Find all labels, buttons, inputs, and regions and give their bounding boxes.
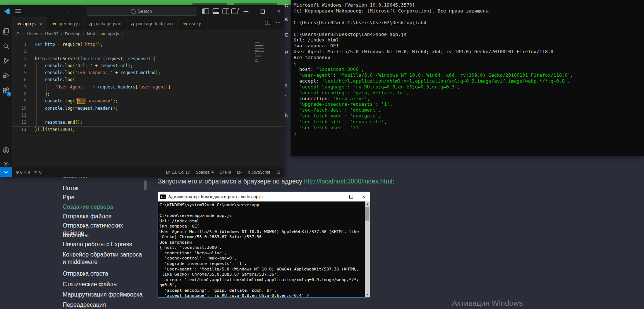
- status-eol[interactable]: LF: [237, 170, 242, 174]
- line-number: 6: [12, 76, 26, 83]
- search-placeholder: Search: [138, 9, 152, 14]
- chevron-right-icon: ›: [97, 32, 99, 36]
- sidebar-item-10[interactable]: Отправка ответа: [63, 270, 108, 277]
- source-control-icon[interactable]: [0, 55, 12, 66]
- sidebar-item-9[interactable]: Конвейер обработки запроса и middleware: [63, 251, 144, 266]
- sidebar-scrollbar[interactable]: [144, 180, 147, 190]
- sidebar-item-3[interactable]: Pipe: [63, 194, 74, 201]
- breadcrumb-item[interactable]: C:: [16, 32, 21, 36]
- line-number: 10: [12, 105, 26, 112]
- menu-icon[interactable]: [15, 9, 21, 14]
- breadcrumb-item[interactable]: ...: [126, 32, 129, 36]
- code-line-4[interactable]: 4 console.log('Url: ' + request.url);: [12, 62, 284, 69]
- sidebar-item-13[interactable]: Переадресация: [63, 301, 106, 309]
- terminal-line: }: [294, 131, 643, 137]
- terminal-window[interactable]: Microsoft Windows [Version 10.0.19045.35…: [291, 0, 644, 156]
- code-line-13[interactable]: 13}).listen(3000);: [12, 126, 284, 133]
- tab-greeting.js[interactable]: JSgreeting.js: [47, 18, 85, 30]
- sidebar-item-8[interactable]: Начало работы с Express: [63, 241, 132, 248]
- code-line-8[interactable]: 8 );: [12, 91, 284, 98]
- page-text-fragment: K: [284, 16, 288, 22]
- minimap[interactable]: [255, 42, 265, 63]
- customize-layout-icon[interactable]: [231, 8, 238, 14]
- minimize-button[interactable]: —: [241, 7, 251, 15]
- activity-bar: 1: [0, 18, 12, 167]
- windows-activation-watermark: Активация Windows: [452, 299, 523, 308]
- search-view-icon[interactable]: [0, 40, 12, 51]
- scroll-thumb: [365, 207, 369, 221]
- code-line-2[interactable]: 2: [12, 48, 284, 55]
- status-encoding[interactable]: UTF-8: [220, 170, 231, 174]
- code-line-7[interactable]: 7 'User-Agent: ' + request.headers['user…: [12, 84, 284, 91]
- breadcrumb-item[interactable]: Desktop: [65, 32, 80, 36]
- code-line-12[interactable]: 12 response.end();: [12, 119, 284, 126]
- terminal-line: Тип запроса: GET: [294, 43, 643, 49]
- code-text: console.log('Все заголовки');: [35, 98, 118, 105]
- extensions-icon[interactable]: 1: [0, 85, 12, 96]
- command-search-box[interactable]: Search: [86, 7, 197, 16]
- tabs: JSapp.js×JSgreeting.js{}package.json{}pa…: [12, 18, 207, 30]
- more-actions-icon[interactable]: ⋯: [276, 20, 281, 25]
- sidebar-item-7[interactable]: Шаблоны: [63, 232, 89, 239]
- explorer-icon[interactable]: [0, 26, 12, 37]
- file-type-icon: JS: [183, 22, 187, 26]
- split-editor-icon[interactable]: [265, 20, 271, 25]
- ports-indicator[interactable]: 0: [34, 170, 41, 174]
- code-line-1[interactable]: 1var http = require('http');: [12, 41, 284, 48]
- remote-indicator[interactable]: ><: [0, 167, 12, 177]
- terminal-line: 'upgrade-insecure-requests': '1',: [294, 101, 643, 107]
- toggle-panel-icon[interactable]: [213, 8, 219, 14]
- tab-app.js[interactable]: JSapp.js×: [12, 18, 47, 30]
- breadcrumb-item[interactable]: Users: [27, 32, 38, 36]
- braces-icon: {}: [247, 170, 250, 174]
- tab-package.json[interactable]: {}package.json: [85, 18, 126, 30]
- breadcrumb-item[interactable]: app.js: [108, 32, 119, 36]
- warning-icon: △: [23, 170, 26, 175]
- toggle-secondary-sidebar-icon[interactable]: [222, 8, 229, 14]
- status-language[interactable]: {} JavaScript: [247, 170, 270, 174]
- breadcrumb-item[interactable]: User02: [45, 32, 58, 36]
- status-line-col[interactable]: Ln 13, Col 17: [166, 170, 190, 174]
- close-tab-icon[interactable]: ×: [39, 21, 42, 27]
- tab-label: greeting.js: [58, 21, 80, 26]
- terminal-line: accept: 'text/html,application/xhtml+xml…: [294, 78, 643, 84]
- chevron-right-icon: ›: [61, 32, 62, 36]
- breadcrumb-item[interactable]: lab4: [87, 32, 95, 36]
- code-line-10[interactable]: 10 console.log(request.headers);: [12, 105, 284, 112]
- maximize-button[interactable]: [258, 7, 267, 15]
- cmd-prompt-icon: C:\: [160, 195, 166, 199]
- terminal-line: Url: /index.html: [294, 37, 643, 43]
- toggle-sidebar-icon[interactable]: [202, 8, 209, 14]
- run-debug-icon[interactable]: [0, 70, 12, 81]
- close-button[interactable]: ×: [274, 7, 284, 15]
- tab-label: user.js: [189, 21, 202, 26]
- code-editor[interactable]: 1var http = require('http');23http.creat…: [12, 38, 284, 174]
- sidebar-item-12[interactable]: Маршрутизация фреймворка: [63, 291, 143, 298]
- tab-user.js[interactable]: JSuser.js: [178, 18, 207, 30]
- banner-text-fragment: [234, 3, 277, 5]
- status-indent[interactable]: Spaces: 4: [196, 170, 214, 174]
- nav-back-icon[interactable]: ←: [65, 8, 72, 14]
- account-icon[interactable]: [0, 145, 12, 156]
- nav-forward-icon[interactable]: →: [76, 8, 84, 14]
- article-link[interactable]: http://localhost:3000/index.html: [304, 178, 392, 185]
- cmd-console-line: like Gecko) Chrome/55.0.2883.87 Safari/5…: [159, 272, 364, 277]
- sidebar-item-11[interactable]: Статические файлы: [63, 281, 118, 288]
- code-line-5[interactable]: 5 console.log('Тип запроса: ' + request.…: [12, 69, 284, 76]
- code-line-9[interactable]: 9 console.log('Все заголовки');: [12, 98, 284, 105]
- scroll-up-icon: ▲: [365, 201, 370, 207]
- terminal-line: C:\Users\User02>cd C:\Users\User02\Deskt…: [294, 20, 643, 26]
- code-line-3[interactable]: 3http.createServer(function (request, re…: [12, 55, 284, 62]
- sidebar-item-2[interactable]: Поток: [63, 185, 78, 192]
- sidebar-item-5[interactable]: Отправка файлов: [63, 213, 111, 220]
- code-line-11[interactable]: 11: [12, 112, 284, 119]
- tab-label: package.json: [94, 21, 121, 26]
- tab-package-lock.json[interactable]: {}package-lock.json: [126, 18, 178, 30]
- sidebar-item-4[interactable]: Создание сервера: [63, 203, 113, 211]
- breadcrumb: C:›Users›User02›Desktop›lab4›JSapp.js›..…: [16, 30, 129, 38]
- errors-warnings[interactable]: ⊘ 0 △ 0: [16, 170, 30, 175]
- code-line-6[interactable]: 6 console.log(: [12, 76, 284, 83]
- minimap-line: [255, 51, 264, 52]
- code-text: console.log('Url: ' + request.url);: [35, 62, 133, 69]
- notifications-bell-icon[interactable]: [276, 170, 280, 175]
